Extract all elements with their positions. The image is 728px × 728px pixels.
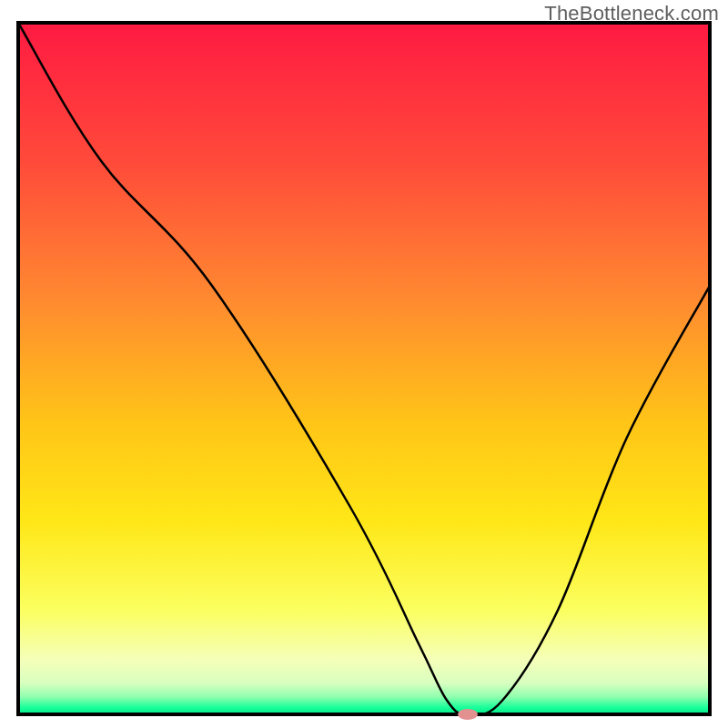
optimal-marker (458, 709, 478, 720)
plot-background (18, 23, 710, 714)
chart-svg (0, 0, 728, 728)
bottleneck-chart: TheBottleneck.com (0, 0, 728, 728)
watermark-text: TheBottleneck.com (544, 2, 719, 25)
